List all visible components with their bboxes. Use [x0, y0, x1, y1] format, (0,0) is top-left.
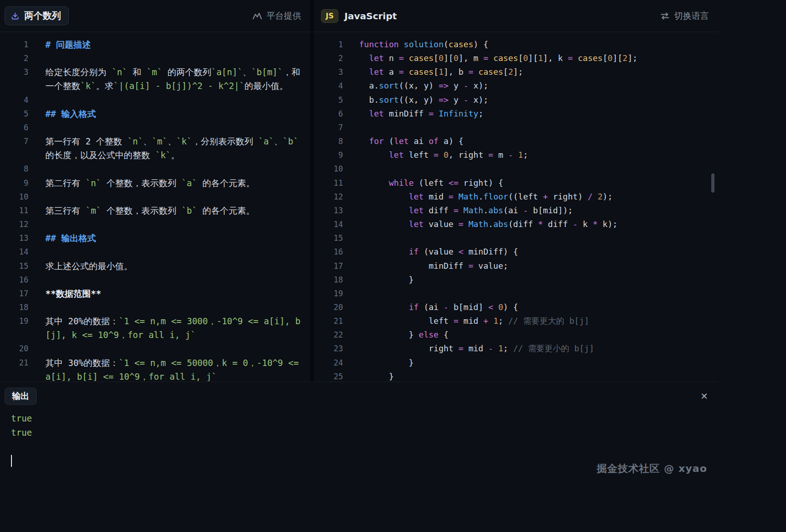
line-content	[343, 287, 359, 300]
line-content	[28, 93, 310, 107]
switch-language-label: 切换语言	[674, 10, 709, 22]
code-line: 8 for (let ai of a) {	[314, 134, 718, 148]
line-number: 10	[0, 190, 28, 204]
markdown-line: 9第二行有 `n` 个整数，表示数列 `a` 的各个元素。	[0, 176, 310, 190]
line-number: 6	[314, 107, 343, 121]
line-number: 1	[314, 38, 343, 51]
markdown-line: 11第三行有 `m` 个整数，表示数列 `b` 的各个元素。	[0, 204, 310, 217]
line-content: right = mid - 1; // 需要更小的 b[j]	[343, 342, 594, 355]
line-content: 其中 20%的数据：`1 <= n,m <= 3000，-10^9 <= a[i…	[28, 314, 310, 342]
line-content: 第二行有 `n` 个整数，表示数列 `a` 的各个元素。	[28, 176, 310, 190]
line-content: left = mid + 1; // 需要更大的 b[j]	[343, 314, 589, 328]
code-panel: JS JavaScript 切换语言 1function solution(ca…	[314, 0, 718, 382]
line-content	[28, 273, 310, 287]
line-number: 2	[314, 51, 343, 65]
markdown-line: 18	[0, 300, 310, 314]
line-number: 19	[0, 314, 28, 328]
problem-editor[interactable]: 1# 问题描述23给定长度分别为 `n` 和 `m` 的两个数列`a[n]`、`…	[0, 32, 310, 381]
line-number: 1	[0, 38, 28, 51]
line-number: 24	[314, 356, 343, 370]
code-line: 7	[314, 121, 718, 134]
markdown-line: 6	[0, 121, 310, 134]
line-content: 第一行有 2 个整数 `n`、`m`、`k`，分别表示数列 `a`、`b` 的长…	[28, 134, 310, 162]
line-content: let diff = Math.abs(ai - b[mid]);	[343, 204, 573, 217]
line-content	[343, 121, 359, 134]
scrollbar-thumb[interactable]	[711, 173, 714, 193]
close-icon[interactable]: ✕	[700, 392, 708, 401]
line-number: 15	[314, 231, 343, 245]
line-content	[28, 342, 310, 355]
code-line: 9 let left = 0, right = m - 1;	[314, 148, 718, 162]
code-header: JS JavaScript 切换语言	[314, 0, 718, 32]
line-number: 4	[0, 93, 28, 107]
markdown-line: 12	[0, 217, 310, 231]
line-content	[343, 162, 359, 176]
line-content	[343, 231, 359, 245]
line-content: let mid = Math.floor((left + right) / 2)…	[343, 190, 613, 204]
line-number: 11	[0, 204, 28, 217]
line-content	[28, 121, 310, 134]
problem-panel: 两个数列 平台提供 1# 问题描述23给定长度分别为 `n` 和 `m` 的两个…	[0, 0, 314, 382]
line-number: 21	[0, 356, 28, 370]
line-content: b.sort((x, y) => y - x);	[343, 93, 488, 107]
line-number: 18	[314, 273, 343, 287]
line-number: 6	[0, 121, 28, 134]
code-editor[interactable]: 1function solution(cases) {2 let n = cas…	[314, 32, 718, 381]
line-number: 8	[0, 162, 28, 176]
watermark: 掘金技术社区 @ xyao	[597, 462, 707, 476]
line-number: 21	[314, 314, 343, 328]
main-split: 两个数列 平台提供 1# 问题描述23给定长度分别为 `n` 和 `m` 的两个…	[0, 0, 718, 382]
line-number: 20	[314, 300, 343, 314]
code-line: 22 } else {	[314, 328, 718, 342]
line-content: let value = Math.abs(diff * diff - k * k…	[343, 217, 618, 231]
app-window: 两个数列 平台提供 1# 问题描述23给定长度分别为 `n` 和 `m` 的两个…	[0, 0, 718, 532]
markdown-line: 21其中 30%的数据：`1 <= n,m <= 50000，k = 0，-10…	[0, 356, 310, 381]
line-number: 25	[314, 370, 343, 381]
line-content: let a = cases[1], b = cases[2];	[343, 65, 523, 79]
line-content	[28, 300, 310, 314]
markdown-line: 8	[0, 162, 310, 176]
code-line: 12 let mid = Math.floor((left + right) /…	[314, 190, 718, 204]
line-content: minDiff = value;	[343, 259, 508, 273]
problem-header: 两个数列 平台提供	[0, 0, 310, 32]
output-tab[interactable]: 输出	[5, 388, 37, 405]
markdown-line: 1# 问题描述	[0, 38, 310, 51]
line-number: 12	[314, 190, 343, 204]
console-output-line: true	[11, 426, 718, 440]
line-content: if (value < minDiff) {	[343, 245, 518, 259]
switch-language-button[interactable]: 切换语言	[660, 10, 709, 22]
line-number: 4	[314, 79, 343, 93]
language-indicator: JS JavaScript	[321, 9, 397, 23]
markdown-line: 17**数据范围**	[0, 287, 310, 300]
line-number: 7	[314, 121, 343, 134]
problem-title-button[interactable]: 两个数列	[5, 6, 69, 25]
markdown-line: 5## 输入格式	[0, 107, 310, 121]
line-number: 15	[0, 259, 28, 273]
line-number: 18	[0, 300, 28, 314]
line-number: 13	[314, 204, 343, 217]
line-content: } else {	[343, 328, 448, 342]
code-line: 4 a.sort((x, y) => y - x);	[314, 79, 718, 93]
code-line: 14 let value = Math.abs(diff * diff - k …	[314, 217, 718, 231]
line-content: }	[343, 273, 414, 287]
code-line: 21 left = mid + 1; // 需要更大的 b[j]	[314, 314, 718, 328]
code-line: 20 if (ai - b[mid] < 0) {	[314, 300, 718, 314]
line-number: 14	[0, 245, 28, 259]
console-output: truetrue	[0, 411, 718, 440]
markdown-line: 13## 输出格式	[0, 231, 310, 245]
code-line: 6 let minDiff = Infinity;	[314, 107, 718, 121]
language-name: JavaScript	[344, 11, 397, 22]
code-line: 24 }	[314, 356, 718, 370]
line-number: 3	[0, 65, 28, 79]
code-line: 10	[314, 162, 718, 176]
line-number: 17	[314, 259, 343, 273]
line-content: 求上述公式的最小值。	[28, 259, 310, 273]
code-line: 15	[314, 231, 718, 245]
line-number: 12	[0, 217, 28, 231]
console-output-line: true	[11, 411, 718, 426]
output-header: 输出 ✕	[0, 382, 718, 405]
code-line: 23 right = mid - 1; // 需要更小的 b[j]	[314, 342, 718, 355]
line-content	[28, 190, 310, 204]
line-number: 9	[0, 176, 28, 190]
line-content: 第三行有 `m` 个整数，表示数列 `b` 的各个元素。	[28, 204, 310, 217]
